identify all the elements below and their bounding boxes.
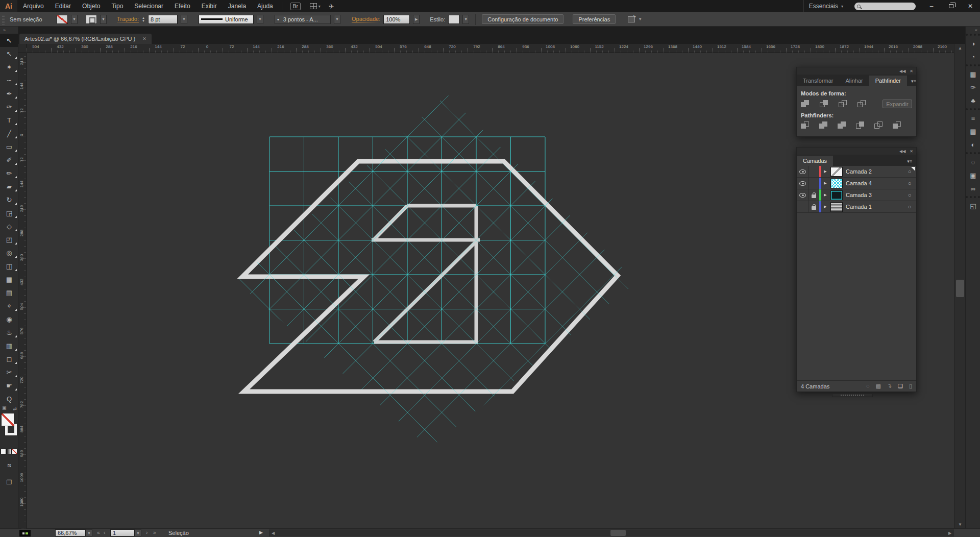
slice-tool[interactable]: ✂ bbox=[0, 365, 18, 379]
menu-janela[interactable]: Janela bbox=[223, 0, 252, 12]
dock-collapse-button[interactable]: « bbox=[966, 27, 980, 34]
menu-selecionar[interactable]: Selecionar bbox=[129, 0, 169, 12]
perspective-grid-tool[interactable]: ◫ bbox=[0, 259, 18, 273]
expand-layer-icon[interactable]: ▶ bbox=[821, 189, 829, 201]
workspace-switcher[interactable]: Essenciais ▾ bbox=[803, 0, 848, 12]
curvature-tool[interactable]: ✑ bbox=[0, 100, 18, 113]
profile-dropdown[interactable]: ▼ bbox=[257, 15, 263, 24]
layer-thumbnail[interactable] bbox=[831, 191, 842, 200]
brushes-icon[interactable]: ✑ bbox=[966, 81, 980, 94]
opacity-dropdown[interactable]: ▶ bbox=[413, 15, 420, 24]
panel-resize-handle[interactable] bbox=[832, 394, 873, 397]
menu-objeto[interactable]: Objeto bbox=[77, 0, 106, 12]
column-graph-tool[interactable]: ▥ bbox=[0, 339, 18, 352]
none-button[interactable] bbox=[12, 449, 17, 454]
layer-name[interactable]: Camada 1 bbox=[844, 204, 903, 210]
bridge-button[interactable]: Br bbox=[290, 3, 301, 10]
restore-button[interactable] bbox=[941, 1, 961, 12]
panel-menu-icon[interactable]: ▾≡ bbox=[907, 77, 920, 86]
blend-tool[interactable]: ◉ bbox=[0, 312, 18, 326]
brush-dropdown[interactable]: ▼ bbox=[334, 15, 340, 24]
menu-ajuda[interactable]: Ajuda bbox=[252, 0, 279, 12]
graphic-styles-icon[interactable]: ▣ bbox=[966, 168, 980, 182]
outline-icon[interactable] bbox=[874, 121, 883, 129]
status-expand-icon[interactable]: ▶ bbox=[259, 530, 263, 535]
eyedropper-tool[interactable]: ✧ bbox=[0, 299, 18, 312]
delete-layer-icon[interactable]: ▯ bbox=[909, 383, 912, 389]
artboard-tool[interactable]: ◻ bbox=[0, 352, 18, 365]
zoom-tool[interactable]: Q bbox=[0, 392, 18, 405]
symbols-icon[interactable]: ♣ bbox=[966, 94, 980, 107]
app-search[interactable] bbox=[854, 3, 916, 10]
panel-grip[interactable] bbox=[2, 14, 5, 25]
exclude-icon[interactable] bbox=[857, 100, 866, 108]
lock-toggle[interactable] bbox=[809, 189, 819, 201]
expand-layer-icon[interactable]: ▶ bbox=[821, 201, 829, 212]
clipping-mask-icon[interactable]: ▩ bbox=[875, 383, 880, 389]
gpu-performance-icon[interactable]: ✈ bbox=[329, 3, 334, 10]
gradient-icon[interactable]: ▤ bbox=[966, 125, 980, 138]
divide-icon[interactable] bbox=[801, 121, 810, 129]
brush-definition-field[interactable]: • 3 pontos - A... bbox=[275, 15, 331, 24]
scroll-left-icon[interactable]: ◀ bbox=[269, 529, 277, 536]
first-artboard-icon[interactable]: « bbox=[97, 530, 100, 535]
drawing-modes-button[interactable]: ⧅ bbox=[0, 459, 18, 471]
crop-icon[interactable] bbox=[856, 121, 865, 129]
layer-name[interactable]: Camada 2 bbox=[844, 168, 903, 175]
layer-row[interactable]: ▶Camada 1○ bbox=[797, 201, 916, 213]
color-panel-icon[interactable]: ◑ bbox=[966, 37, 980, 50]
symbol-sprayer-tool[interactable]: ♨ bbox=[0, 326, 18, 339]
expand-button[interactable]: Expandir bbox=[883, 100, 912, 108]
scale-tool[interactable]: ◲ bbox=[0, 206, 18, 219]
rectangle-tool[interactable]: ▭ bbox=[0, 140, 18, 153]
horizontal-scrollbar[interactable]: ◀ ▶ bbox=[269, 529, 954, 536]
panel-menu-icon[interactable]: ▾≡ bbox=[903, 157, 916, 166]
layer-thumbnail[interactable] bbox=[831, 203, 842, 211]
close-button[interactable]: ✕ bbox=[961, 1, 980, 12]
scroll-down-icon[interactable]: ▼ bbox=[954, 520, 966, 528]
tab-camadas[interactable]: Camadas bbox=[797, 156, 833, 166]
expand-layer-icon[interactable]: ▶ bbox=[821, 166, 829, 177]
search-input[interactable] bbox=[861, 3, 906, 10]
minus-back-icon[interactable] bbox=[893, 121, 901, 129]
line-segment-tool[interactable]: ╱ bbox=[0, 127, 18, 140]
target-icon[interactable]: ○ bbox=[903, 189, 916, 201]
new-sublayer-icon[interactable]: ↴ bbox=[887, 383, 892, 389]
rotate-tool[interactable]: ↻ bbox=[0, 193, 18, 206]
menu-exibir[interactable]: Exibir bbox=[196, 0, 223, 12]
align-options-icon[interactable] bbox=[628, 16, 635, 22]
minimize-button[interactable]: – bbox=[922, 1, 941, 12]
minus-front-icon[interactable] bbox=[820, 100, 828, 108]
zoom-dropdown[interactable]: ▼ bbox=[86, 529, 92, 536]
stroke-color-well[interactable] bbox=[86, 15, 97, 24]
tab-transformar[interactable]: Transformar bbox=[797, 76, 840, 86]
vertical-scroll-thumb[interactable] bbox=[956, 280, 964, 297]
close-panel-icon[interactable]: ✕ bbox=[910, 69, 913, 74]
layer-row[interactable]: ▶Camada 4○ bbox=[797, 178, 916, 189]
new-layer-icon[interactable]: ❏ bbox=[898, 383, 903, 389]
layer-name[interactable]: Camada 3 bbox=[844, 192, 903, 198]
pen-tool[interactable]: ✒ bbox=[0, 87, 18, 100]
tab-close-icon[interactable]: ✕ bbox=[142, 36, 146, 41]
artboard-dropdown[interactable]: ▼ bbox=[135, 529, 141, 536]
mini-fill-stroke-icon[interactable]: ▣ bbox=[2, 405, 7, 410]
free-transform-tool[interactable]: ◰ bbox=[0, 233, 18, 246]
trim-icon[interactable] bbox=[819, 121, 828, 129]
cc-libraries-icon[interactable]: ∞ bbox=[966, 182, 980, 195]
width-tool[interactable]: ◇ bbox=[0, 219, 18, 233]
stroke-weight-field[interactable]: 8 pt bbox=[148, 15, 178, 24]
tab-alinhar[interactable]: Alinhar bbox=[840, 76, 869, 86]
pencil-tool[interactable]: ✏ bbox=[0, 166, 18, 180]
direct-selection-tool[interactable]: ↖ bbox=[0, 47, 18, 60]
document-setup-button[interactable]: Configuração de documento bbox=[482, 14, 564, 24]
layer-name[interactable]: Camada 4 bbox=[844, 180, 903, 186]
stroke-dropdown-button[interactable]: ▼ bbox=[100, 15, 107, 24]
stroke-icon[interactable]: ≡ bbox=[966, 111, 980, 125]
locate-object-icon[interactable]: ◌ bbox=[866, 383, 870, 389]
fill-swatch[interactable] bbox=[2, 413, 14, 426]
type-tool[interactable]: T bbox=[0, 113, 18, 127]
color-button[interactable] bbox=[1, 449, 6, 454]
tab-pathfinder[interactable]: Pathfinder bbox=[869, 76, 907, 86]
close-panel-icon[interactable]: ✕ bbox=[910, 149, 913, 154]
vertical-scrollbar[interactable]: ▲ ▼ bbox=[954, 44, 965, 528]
